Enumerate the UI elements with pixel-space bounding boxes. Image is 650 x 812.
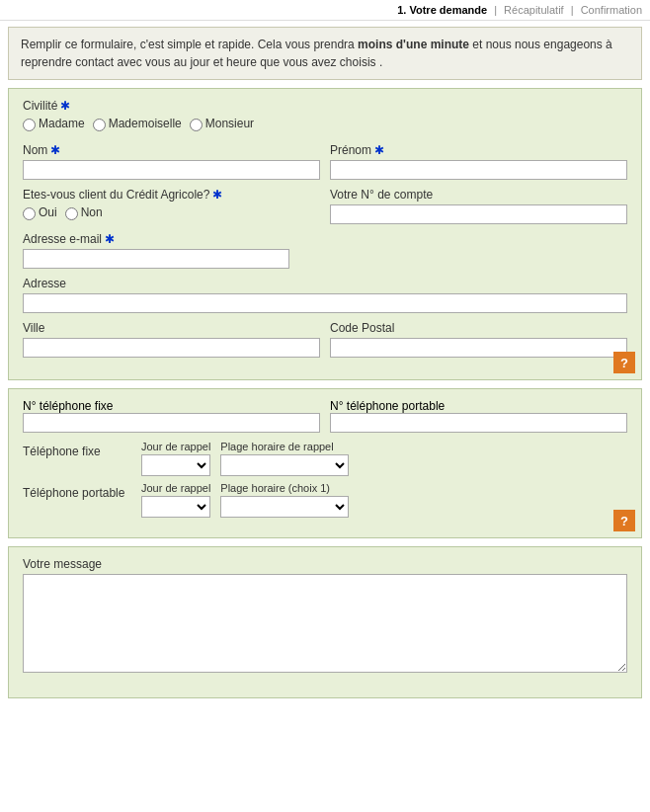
page-wrapper: 1. Votre demande | Récapitulatif | Confi… xyxy=(0,0,650,698)
ville-input[interactable] xyxy=(23,338,320,358)
tel-portable-schedule-row: Téléphone portable Jour de rappel Plage … xyxy=(23,482,627,518)
message-label: Votre message xyxy=(23,557,627,571)
tel-portable-label: N° téléphone portable xyxy=(330,399,445,413)
step3-label: Confirmation xyxy=(581,4,642,16)
jour-rappel-fixe-select[interactable] xyxy=(141,454,210,476)
prenom-label: Prénom✱ xyxy=(330,143,627,157)
adresse-row: Adresse xyxy=(23,277,627,313)
nom-col: Nom✱ xyxy=(23,143,320,180)
cp-input[interactable] xyxy=(330,338,627,358)
jour-rappel-fixe-field: Jour de rappel xyxy=(141,441,210,476)
adresse-input[interactable] xyxy=(23,293,627,313)
radio-non-label[interactable]: Non xyxy=(81,205,103,219)
ville-label: Ville xyxy=(23,321,320,335)
prenom-col: Prénom✱ xyxy=(330,143,627,180)
cp-label: Code Postal xyxy=(330,321,627,335)
plage-horaire-fixe-label: Plage horaire de rappel xyxy=(220,441,349,452)
radio-madame-label[interactable]: Madame xyxy=(39,117,85,130)
phone-numbers-row: N° téléphone fixe N° téléphone portable xyxy=(23,399,627,433)
plage-horaire-portable-label: Plage horaire (choix 1) xyxy=(220,482,349,494)
personal-info-section: Civilité✱ Madame Mademoiselle Monsieur xyxy=(8,88,642,380)
radio-monsieur[interactable]: Monsieur xyxy=(190,117,254,133)
step2-label: Récapitulatif xyxy=(504,4,564,16)
tel-portable-input[interactable] xyxy=(330,413,627,433)
telephone-portable-label: Téléphone portable xyxy=(23,482,131,500)
radio-madame[interactable]: Madame xyxy=(23,117,85,133)
radio-non-input[interactable] xyxy=(65,207,78,220)
intro-banner: Remplir ce formulaire, c'est simple et r… xyxy=(8,27,642,80)
prenom-input[interactable] xyxy=(330,160,627,180)
tel-fixe-label: N° téléphone fixe xyxy=(23,399,114,413)
account-input[interactable] xyxy=(330,204,627,224)
account-col: Votre N° de compte xyxy=(330,188,627,224)
civility-required: ✱ xyxy=(60,99,70,113)
radio-monsieur-input[interactable] xyxy=(190,119,203,131)
email-label: Adresse e-mail✱ xyxy=(23,232,627,246)
plage-horaire-fixe-select[interactable] xyxy=(220,454,349,476)
telephone-fixe-label: Téléphone fixe xyxy=(23,441,131,458)
tel-fixe-input[interactable] xyxy=(23,413,320,433)
radio-oui-input[interactable] xyxy=(23,207,36,220)
plage-horaire-fixe-field: Plage horaire de rappel xyxy=(220,441,349,476)
cp-col: Code Postal xyxy=(330,321,627,358)
civility-label: Civilité✱ xyxy=(23,99,627,113)
breadcrumb: 1. Votre demande | Récapitulatif | Confi… xyxy=(0,0,650,21)
step1-label: 1. Votre demande xyxy=(397,4,487,16)
message-section: Votre message xyxy=(8,546,642,698)
client-account-row: Etes-vous client du Crédit Agricole?✱ Ou… xyxy=(23,188,627,224)
oui-non-group: Oui Non xyxy=(23,205,320,222)
civility-radio-group: Madame Mademoiselle Monsieur xyxy=(23,117,627,133)
jour-rappel-portable-field: Jour de rappel xyxy=(141,482,210,518)
plage-horaire-portable-select[interactable] xyxy=(220,496,349,518)
nom-input[interactable] xyxy=(23,160,320,180)
adresse-label: Adresse xyxy=(23,277,627,290)
ville-cp-row: Ville Code Postal xyxy=(23,321,627,358)
intro-text1: Remplir ce formulaire, c'est simple et r… xyxy=(21,38,358,51)
radio-oui-label[interactable]: Oui xyxy=(39,205,57,219)
radio-non[interactable]: Non xyxy=(65,205,103,222)
radio-mademoiselle[interactable]: Mademoiselle xyxy=(93,117,182,133)
help-button-2[interactable]: ? xyxy=(613,510,635,531)
message-row: Votre message xyxy=(23,557,627,676)
intro-highlight: moins d'une minute xyxy=(358,38,472,51)
nom-prenom-row: Nom✱ Prénom✱ xyxy=(23,143,627,180)
ville-col: Ville xyxy=(23,321,320,358)
account-label: Votre N° de compte xyxy=(330,188,627,202)
message-textarea[interactable] xyxy=(23,574,627,673)
tel-fixe-col: N° téléphone fixe xyxy=(23,399,320,433)
help-button-1[interactable]: ? xyxy=(613,352,635,373)
radio-monsieur-label[interactable]: Monsieur xyxy=(205,117,254,130)
client-label: Etes-vous client du Crédit Agricole?✱ xyxy=(23,188,320,202)
sep1: | xyxy=(494,4,497,16)
civility-row: Civilité✱ Madame Mademoiselle Monsieur xyxy=(23,99,627,133)
jour-rappel-portable-label: Jour de rappel xyxy=(141,482,210,494)
radio-mademoiselle-label[interactable]: Mademoiselle xyxy=(109,117,182,130)
client-col: Etes-vous client du Crédit Agricole?✱ Ou… xyxy=(23,188,320,224)
jour-rappel-fixe-label: Jour de rappel xyxy=(141,441,210,452)
radio-oui[interactable]: Oui xyxy=(23,205,57,222)
tel-fixe-schedule-row: Téléphone fixe Jour de rappel Plage hora… xyxy=(23,441,627,476)
radio-mademoiselle-input[interactable] xyxy=(93,119,106,131)
phone-section: N° téléphone fixe N° téléphone portable … xyxy=(8,388,642,538)
email-input[interactable] xyxy=(23,249,289,269)
radio-madame-input[interactable] xyxy=(23,119,36,131)
tel-portable-col: N° téléphone portable xyxy=(330,399,627,433)
jour-rappel-portable-select[interactable] xyxy=(141,496,210,518)
tel-portable-schedule-fields: Jour de rappel Plage horaire (choix 1) xyxy=(141,482,627,518)
plage-horaire-portable-field: Plage horaire (choix 1) xyxy=(220,482,349,518)
tel-fixe-schedule-fields: Jour de rappel Plage horaire de rappel xyxy=(141,441,627,476)
sep2: | xyxy=(571,4,574,16)
email-row: Adresse e-mail✱ xyxy=(23,232,627,269)
nom-label: Nom✱ xyxy=(23,143,320,157)
